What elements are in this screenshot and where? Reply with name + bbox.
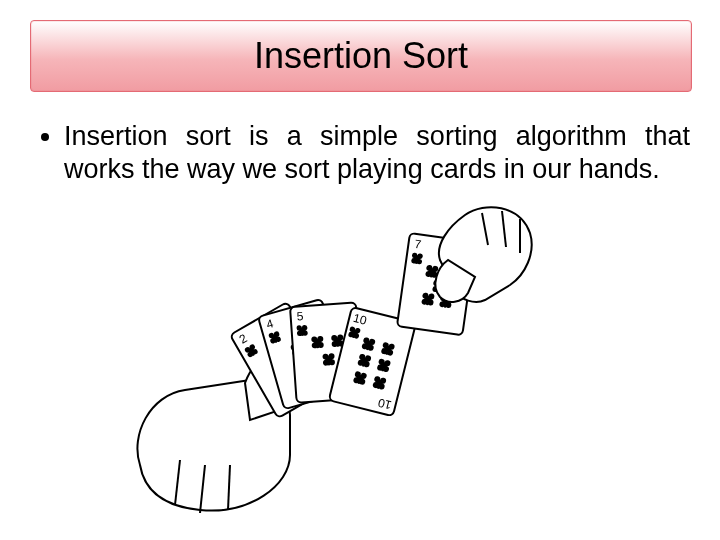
slide-title: Insertion Sort [254,35,468,77]
right-hand [435,207,531,302]
bullet-1: Insertion sort is a simple sorting algor… [64,120,690,186]
illustration: 2 4 5 [130,205,600,525]
slide-title-box: Insertion Sort [30,20,692,92]
svg-text:5: 5 [296,309,304,323]
slide-body: Insertion sort is a simple sorting algor… [30,120,690,186]
